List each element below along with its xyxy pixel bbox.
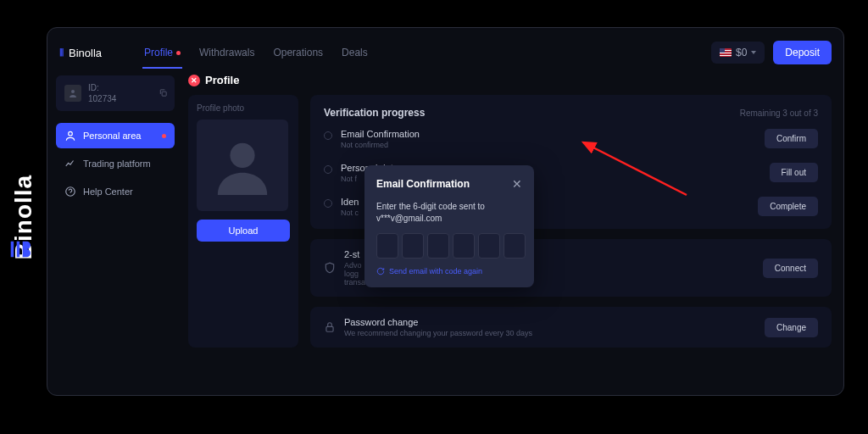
user-avatar-small (64, 85, 81, 102)
tab-deals[interactable]: Deals (340, 36, 370, 69)
tab-operations[interactable]: Operations (271, 36, 325, 69)
brand-logo-icon (7, 237, 31, 261)
chevron-down-icon (751, 51, 756, 54)
sidebar-item-personal[interactable]: Personal area (56, 123, 175, 148)
sidebar: ID: 102734 Personal area Trading platfor… (47, 69, 183, 395)
user-icon (64, 130, 76, 142)
sidebar-item-trading[interactable]: Trading platform (56, 151, 175, 176)
code-digit-2[interactable] (402, 233, 424, 259)
code-digit-1[interactable] (376, 233, 398, 259)
svg-point-2 (69, 131, 73, 136)
step-circle-icon (324, 131, 332, 140)
password-card: Password changeWe recommend changing you… (310, 307, 832, 348)
svg-point-3 (66, 187, 75, 197)
confirm-button[interactable]: Confirm (765, 129, 818, 148)
brand: ⦀ Binolla (59, 46, 102, 59)
copy-icon[interactable] (159, 86, 168, 101)
id-label: ID: (88, 82, 116, 93)
tab-profile[interactable]: Profile (142, 36, 182, 69)
step-circle-icon (324, 199, 332, 208)
status-badge-icon: ✕ (188, 75, 200, 86)
chart-icon (64, 158, 76, 170)
svg-point-4 (230, 143, 254, 168)
profile-photo-card: Profile photo Upload (188, 95, 298, 348)
verification-title: Verification progress (324, 107, 425, 119)
tab-withdrawals[interactable]: Withdrawals (198, 36, 256, 69)
balance-amount: $0 (736, 47, 747, 58)
brand-text: Binolla (69, 47, 102, 59)
topbar: ⦀ Binolla Profile Withdrawals Operations… (47, 28, 843, 69)
svg-point-0 (71, 90, 75, 93)
connect-button[interactable]: Connect (763, 259, 818, 278)
resend-link[interactable]: Send email with code again (376, 267, 522, 275)
refresh-icon (376, 267, 385, 275)
fillout-button[interactable]: Fill out (770, 163, 818, 182)
close-icon[interactable]: ✕ (512, 177, 522, 191)
us-flag-icon (720, 48, 732, 57)
complete-button[interactable]: Complete (758, 197, 818, 216)
modal-title: Email Confirmation (376, 178, 470, 190)
sidebar-item-label: Trading platform (83, 159, 151, 169)
code-digit-4[interactable] (453, 233, 475, 259)
sidebar-item-help[interactable]: Help Center (56, 179, 175, 204)
code-digit-5[interactable] (478, 233, 500, 259)
svg-rect-5 (326, 326, 333, 331)
modal-message: Enter the 6-digit code sent tov***v@gmai… (376, 201, 522, 225)
deposit-button[interactable]: Deposit (773, 41, 832, 64)
code-digit-6[interactable] (504, 233, 526, 259)
verification-email: Email ConfirmationNot confirmed Confirm (324, 129, 818, 149)
page-title: ✕ Profile (188, 74, 832, 86)
photo-label: Profile photo (197, 103, 290, 113)
code-inputs (376, 233, 522, 259)
id-value: 102734 (88, 93, 116, 104)
sidebar-item-label: Personal area (83, 131, 142, 141)
balance-selector[interactable]: $0 (711, 42, 765, 64)
step-circle-icon (324, 165, 332, 174)
user-id-card: ID: 102734 (56, 75, 175, 111)
svg-rect-1 (162, 92, 166, 96)
avatar-placeholder (197, 120, 288, 211)
lock-icon (324, 321, 336, 333)
code-digit-3[interactable] (427, 233, 449, 259)
verification-remaining: Remaining 3 out of 3 (740, 108, 818, 118)
tabs: Profile Withdrawals Operations Deals (142, 36, 370, 69)
brand-icon: ⦀ (59, 46, 64, 59)
shield-icon (324, 262, 336, 274)
notification-dot (162, 134, 166, 138)
change-button[interactable]: Change (765, 318, 818, 337)
sidebar-item-label: Help Center (83, 186, 133, 197)
help-icon (64, 186, 76, 198)
email-confirmation-modal: Email Confirmation ✕ Enter the 6-digit c… (364, 165, 534, 287)
upload-button[interactable]: Upload (197, 220, 290, 242)
